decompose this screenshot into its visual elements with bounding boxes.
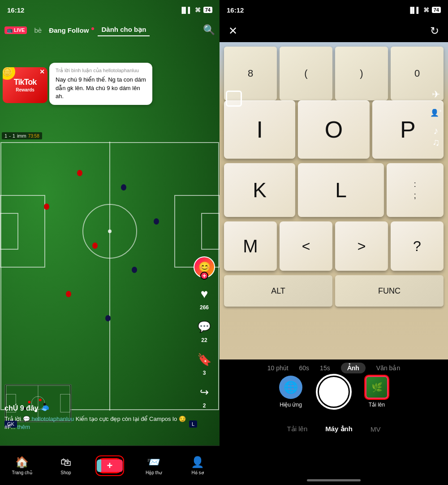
streamer-avatar[interactable]: 😊 + (194, 256, 215, 278)
bookmark-icon: 🔖 (195, 351, 213, 368)
upload-thumbnail: 🌿 (365, 376, 388, 399)
key-l: L (298, 163, 383, 217)
right-status-bar: 16:12 ▐▌▌ ⌘ 74 (220, 0, 448, 20)
camera-controls: 🌐 Hiệu ứng 🌿 Tải lên (220, 374, 448, 410)
bookmark-count: 3 (203, 370, 206, 376)
upload-label: Tải lên (369, 402, 385, 408)
signal-icon: ▐▌▌ (180, 7, 192, 13)
add-button[interactable]: + (98, 458, 121, 473)
effects-label: Hiệu ứng (280, 402, 302, 408)
camera-header: ✕ ↻ (220, 20, 448, 42)
capture-button[interactable] (316, 374, 352, 410)
key-lt: < (280, 221, 332, 271)
heart-icon: ♥ (195, 285, 213, 303)
close-button[interactable]: ✕ (228, 25, 237, 37)
thumbnail-image: 🌿 (371, 382, 383, 393)
duration-text[interactable]: Văn bản (376, 364, 400, 372)
key-m: M (224, 221, 277, 271)
score-home: 1 (4, 133, 7, 139)
bottom-nav: 🏠 Trang chủ 🛍 Shop + 📨 Hộp thư 👤 Hồ sơ (0, 446, 220, 485)
tab-following[interactable]: Đang Follow (45, 25, 98, 36)
key-k: K (224, 163, 295, 217)
right-bottom-tabs: Tải lên Máy ảnh MV (220, 418, 448, 440)
home-indicator (307, 479, 361, 481)
right-battery-badge: 74 (432, 7, 441, 13)
status-time: 16:12 (7, 6, 24, 14)
nav-shop[interactable]: 🛍 Shop (44, 456, 88, 475)
rewards-close-icon[interactable]: ✕ (39, 68, 45, 75)
tiktok-logo: TikTok (14, 78, 36, 87)
key-o: O (298, 100, 369, 159)
shop-label: Shop (60, 470, 71, 475)
duration-10min[interactable]: 10 phút (267, 364, 289, 372)
caption-more[interactable]: thêm (17, 424, 30, 430)
effects-icon: 🌐 (279, 376, 302, 399)
upload-button[interactable]: 🌿 Tải lên (365, 376, 388, 408)
inbox-label: Hộp thư (146, 470, 162, 475)
follow-plus-icon[interactable]: + (200, 272, 208, 280)
caption-mention[interactable]: 💬 hellotolaphanluu (23, 416, 74, 422)
battery-badge: 74 (203, 7, 212, 13)
search-icon[interactable]: 🔍 (203, 24, 215, 36)
capture-button-inner (319, 377, 349, 407)
right-signal-icon: ▐▌▌ (408, 7, 421, 13)
caption-reply: Trả lời (4, 416, 23, 422)
effects-button[interactable]: 🌐 Hiệu ứng (279, 376, 302, 408)
action-buttons: 😊 + ♥ 266 💬 22 🔖 3 ↪ 2 (194, 256, 215, 409)
share-button[interactable]: ↪ 2 (195, 383, 213, 409)
nav-tabs: 📺 LIVE bè Đang Follow Dành cho bạn 🔍 (0, 20, 220, 40)
key-alt: ALT (224, 275, 332, 307)
chat-button[interactable]: 💬 22 (195, 318, 213, 343)
score-team: imm (17, 133, 26, 139)
refresh-button[interactable]: ↻ (430, 25, 439, 37)
add-icon: + (107, 460, 113, 472)
wifi-icon: ⌘ (195, 7, 201, 13)
score-timer: 73:58 (28, 134, 39, 139)
profile-label: Hồ sơ (192, 470, 204, 475)
nav-add[interactable]: + (88, 455, 132, 476)
key-func: FUNC (335, 275, 444, 307)
key-colon: :; (387, 163, 444, 217)
like-count: 266 (200, 304, 209, 311)
chat-count: 22 (201, 337, 207, 343)
left-panel: 16:12 ▐▌▌ ⌘ 74 📺 LIVE bè Đang Follow Dàn… (0, 0, 220, 485)
right-wifi-icon: ⌘ (423, 7, 429, 13)
score-away: 1 (13, 133, 15, 139)
following-dot (91, 27, 94, 30)
score-bar: 1 - 1 imm 73:58 (2, 132, 42, 139)
nav-profile[interactable]: 👤 Hồ sơ (176, 456, 220, 475)
add-button-wrapper[interactable]: + (95, 455, 124, 476)
tab-foryou[interactable]: Dành cho bạn (98, 24, 150, 36)
duration-60s[interactable]: 60s (299, 364, 310, 372)
status-right: ▐▌▌ ⌘ 74 (180, 7, 212, 13)
home-label: Trang chủ (12, 470, 32, 475)
like-button[interactable]: ♥ 266 (195, 285, 213, 311)
status-bar: 16:12 ▐▌▌ ⌘ 74 (0, 0, 220, 20)
tab-camera[interactable]: Máy ảnh (325, 425, 353, 433)
duration-photo[interactable]: Ảnh (341, 363, 366, 373)
key-i: I (224, 100, 295, 159)
tab-mv[interactable]: MV (370, 425, 381, 433)
nav-home[interactable]: 🏠 Trang chủ (0, 456, 44, 475)
inbox-icon: 📨 (147, 456, 160, 468)
comment-bubble: Trả lời bình luận của hellotolaphanluu N… (49, 63, 152, 105)
nav-inbox[interactable]: 📨 Hộp thư (132, 456, 176, 475)
duration-15s[interactable]: 15s (320, 364, 330, 372)
comment-reply-label: Trả lời bình luận của hellotolaphanluu (56, 67, 146, 74)
right-status-time: 16:12 (227, 6, 244, 14)
right-panel: 16:12 ▐▌▌ ⌘ 74 ✕ ↻ 8 ( ) 0 I O P (220, 0, 448, 485)
rewards-coin: 🪙 (3, 67, 15, 80)
share-icon: ↪ (195, 383, 213, 401)
camera-view: 8 ( ) 0 I O P K L :; M < > ? (220, 42, 448, 359)
video-info: chÚ 9 đây 🧢 Trả lời 💬 hellotolaphanluu K… (4, 404, 193, 431)
rewards-text: Rewards (16, 87, 34, 93)
live-badge[interactable]: 📺 LIVE (4, 26, 27, 34)
key-p: P (372, 100, 444, 159)
tab-friends[interactable]: bè (30, 25, 45, 36)
bookmark-button[interactable]: 🔖 3 (195, 351, 213, 376)
profile-icon: 👤 (191, 456, 204, 468)
rewards-banner[interactable]: 🪙 ✕ TikTok Rewards (3, 67, 47, 103)
shop-icon: 🛍 (60, 456, 71, 468)
tab-upload[interactable]: Tải lên (287, 425, 308, 433)
home-icon: 🏠 (15, 456, 29, 468)
